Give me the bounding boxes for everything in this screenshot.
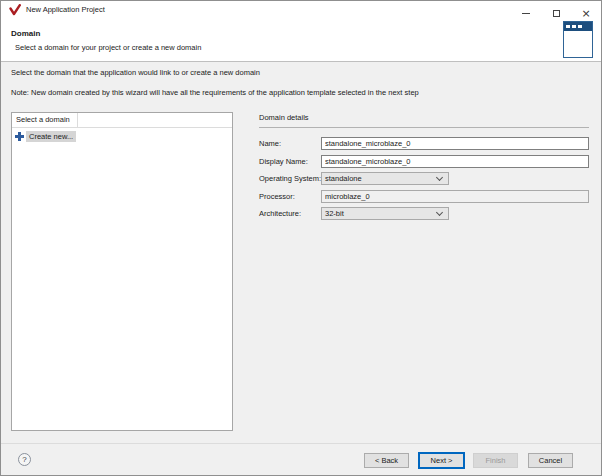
footer: ? < Back Next > Finish Cancel [1,443,601,475]
architecture-label: Architecture: [259,207,301,220]
display-name-input[interactable] [321,155,589,168]
window-title: New Application Project [26,5,105,15]
domain-list-header: Select a domain [12,113,232,128]
processor-field [321,190,589,203]
processor-label: Processor: [259,190,295,203]
architecture-value: 32-bit [325,209,344,218]
chevron-down-icon [436,209,443,216]
note-text: Note: New domain created by this wizard … [11,88,419,97]
help-button[interactable]: ? [18,453,31,466]
wizard-window-icon [563,21,593,58]
domain-details-divider [259,127,589,128]
domain-details-title: Domain details [259,113,309,122]
list-item-create-new[interactable]: Create new... [12,129,232,143]
help-icon: ? [22,455,26,464]
operating-system-label: Operating System: [259,172,321,185]
domain-list-panel: Select a domain Create new... [11,112,233,431]
operating-system-value: standalone [325,174,362,183]
page-title: Domain [11,29,40,38]
close-icon: × [581,8,590,19]
chevron-down-icon [436,174,443,181]
architecture-select[interactable]: 32-bit [321,207,449,220]
name-label: Name: [259,137,281,150]
page-subtitle: Select a domain for your project or crea… [15,43,201,52]
list-item-label: Create new... [26,131,76,142]
display-name-label: Display Name: [259,155,308,168]
domain-list-header-label: Select a domain [12,113,78,127]
cancel-button[interactable]: Cancel [528,453,573,468]
add-icon [15,132,24,141]
new-application-project-dialog: New Application Project × Domain Select … [0,0,602,476]
instruction-text: Select the domain that the application w… [11,68,260,77]
maximize-icon [553,10,560,17]
header-zone: New Application Project × Domain Select … [1,1,601,62]
back-button[interactable]: < Back [364,453,409,468]
wizard-icon-titlebar [564,22,592,31]
minimize-button[interactable] [511,1,541,25]
operating-system-select[interactable]: standalone [321,172,449,185]
minimize-icon [522,13,530,14]
finish-button: Finish [473,453,518,468]
name-input[interactable] [321,137,589,150]
xilinx-logo-icon [9,4,21,16]
next-button[interactable]: Next > [419,453,464,468]
